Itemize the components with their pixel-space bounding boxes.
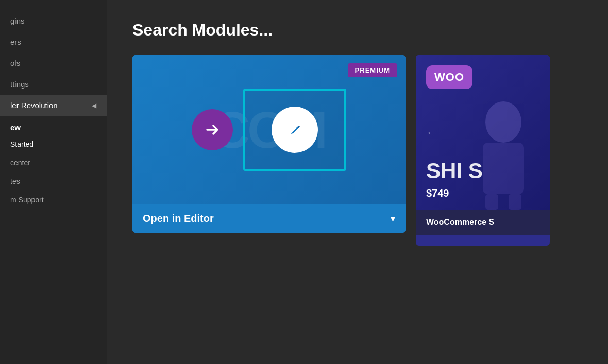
sidebar-item-settings[interactable]: ttings bbox=[0, 74, 107, 95]
partial-card-bg: ← WOO SHI S $749 bbox=[416, 55, 550, 210]
sidebar-item-plugins[interactable]: gins bbox=[0, 10, 107, 31]
sidebar-item-tools[interactable]: ols bbox=[0, 53, 107, 74]
card-icons-row bbox=[192, 89, 346, 171]
shi-text: SHI S bbox=[416, 159, 550, 183]
main-content: Search Modules... COM PREMIUM bbox=[107, 0, 608, 364]
edit-circle bbox=[272, 107, 318, 153]
page-title: Search Modules... bbox=[132, 21, 587, 40]
module-card-2[interactable]: ← WOO SHI S $749 Wo bbox=[416, 55, 550, 246]
edit-box bbox=[243, 89, 346, 171]
sidebar-sub-item-tes[interactable]: tes bbox=[0, 172, 107, 190]
sidebar-section-ew: ew bbox=[0, 116, 107, 135]
sidebar: gins ers ols ttings ler Revolution ◀ ew … bbox=[0, 0, 107, 364]
sidebar-item-users[interactable]: ers bbox=[0, 31, 107, 53]
card-thumbnail-1: COM PREMIUM bbox=[132, 55, 406, 204]
sidebar-sub-item-center[interactable]: center bbox=[0, 153, 107, 172]
card-footer-1[interactable]: Open in Editor ▾ bbox=[132, 204, 406, 233]
small-arrow-left-icon: ← bbox=[426, 127, 436, 138]
woo-text: WOO bbox=[434, 71, 464, 83]
sidebar-item-revolution[interactable]: ler Revolution ◀ bbox=[0, 95, 107, 116]
premium-badge: PREMIUM bbox=[348, 63, 397, 77]
price-text: $749 bbox=[416, 187, 550, 199]
card-footer-label: Open in Editor bbox=[143, 213, 214, 224]
arrow-right-svg bbox=[203, 120, 222, 139]
chevron-right-icon: ◀ bbox=[92, 102, 96, 109]
woo-bubble: WOO bbox=[426, 65, 472, 89]
sidebar-sub-item-started[interactable]: Started bbox=[0, 135, 107, 153]
partial-overlay-text: SHI S $749 bbox=[416, 159, 550, 199]
module-card-1[interactable]: COM PREMIUM bbox=[132, 55, 406, 233]
partial-card-footer[interactable]: WooCommerce S bbox=[416, 210, 550, 235]
pencil-svg bbox=[285, 120, 304, 139]
svg-point-1 bbox=[485, 101, 521, 143]
dropdown-arrow-icon: ▾ bbox=[391, 213, 395, 224]
sidebar-sub-item-support[interactable]: m Support bbox=[0, 190, 107, 209]
partial-card-label: WooCommerce S bbox=[426, 218, 494, 227]
cards-container: COM PREMIUM bbox=[132, 55, 587, 246]
arrow-circle-icon bbox=[192, 109, 233, 150]
